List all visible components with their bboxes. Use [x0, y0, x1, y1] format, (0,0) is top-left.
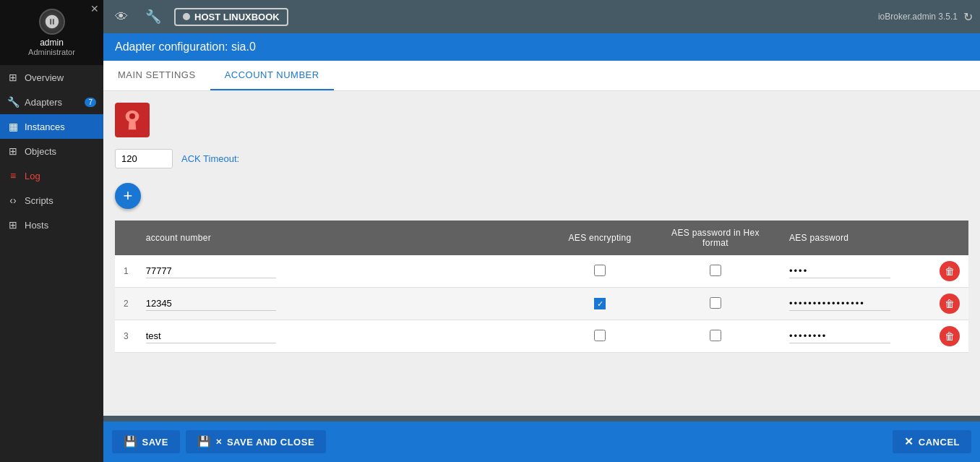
aes-password-input[interactable]	[789, 296, 890, 311]
aes-pass-cell	[781, 255, 925, 288]
sidebar-item-label: Hosts	[25, 220, 48, 231]
sidebar-item-label: Scripts	[25, 195, 53, 206]
col-actions	[925, 221, 968, 255]
save-close-icon: 💾	[197, 435, 212, 448]
sidebar-close-icon[interactable]: ✕	[90, 3, 99, 14]
ack-timeout-label: ACK Timeout:	[181, 153, 239, 164]
host-label: HOST LINUXBOOK	[194, 12, 280, 22]
account-cell	[137, 288, 549, 320]
table-row: 1 🗑	[115, 255, 968, 288]
log-icon: ≡	[7, 170, 19, 181]
account-number-input[interactable]	[146, 264, 276, 278]
aes-enc-checkbox[interactable]	[594, 265, 606, 276]
delete-cell: 🗑	[925, 320, 968, 353]
footer-separator	[103, 416, 980, 422]
cancel-icon: ✕	[904, 435, 914, 448]
col-account: account number	[137, 221, 549, 255]
svg-point-0	[129, 114, 135, 119]
content-area: Adapter configuration: sia.0 MAIN SETTIN…	[103, 33, 980, 462]
table-row: 2 🗑	[115, 288, 968, 320]
sidebar-item-overview[interactable]: ⊞ Overview	[0, 65, 103, 90]
sidebar-item-label: Instances	[25, 121, 65, 132]
scripts-icon: ‹›	[7, 194, 19, 206]
adapter-header: Adapter configuration: sia.0	[103, 33, 980, 61]
role-label: Administrator	[28, 48, 75, 56]
main-area: 👁 🔧 HOST LINUXBOOK ioBroker.admin 3.5.1 …	[103, 0, 980, 462]
col-aes-pass: AES password	[781, 221, 925, 255]
tab-content-area: ACK Timeout: + account number AES encryp…	[103, 91, 980, 416]
ack-input-wrapper	[115, 149, 173, 168]
adapter-icon-row	[115, 103, 968, 137]
col-aes-hex: AES password in Hex format	[650, 221, 781, 255]
sidebar-item-label: Overview	[25, 72, 64, 83]
sidebar-item-objects[interactable]: ⊞ Objects	[0, 139, 103, 163]
sidebar: ✕ admin Administrator ⊞ Overview 🔧 Adapt…	[0, 0, 103, 462]
save-button[interactable]: 💾 SAVE	[112, 430, 180, 453]
host-badge[interactable]: HOST LINUXBOOK	[174, 8, 288, 26]
col-num	[115, 221, 137, 255]
cancel-button[interactable]: ✕ CANCEL	[893, 430, 971, 453]
wrench-icon[interactable]: 🔧	[141, 6, 166, 27]
table-body: 1 🗑	[115, 255, 968, 353]
account-number-input[interactable]	[146, 329, 276, 343]
table-header: account number AES encrypting AES passwo…	[115, 221, 968, 255]
close-x-icon: ✕	[215, 437, 223, 447]
aes-hex-checkbox[interactable]	[710, 297, 721, 309]
row-num: 3	[115, 320, 137, 353]
host-status-dot	[183, 13, 190, 20]
sidebar-nav: ⊞ Overview 🔧 Adapters 7 ▦ Instances ⊞ Ob…	[0, 65, 103, 462]
sidebar-item-label: Objects	[25, 146, 56, 157]
aes-enc-checkbox-checked[interactable]	[594, 298, 606, 309]
tab-main-settings[interactable]: MAIN SETTINGS	[103, 61, 210, 90]
aes-hex-cell	[650, 255, 781, 288]
delete-row-button[interactable]: 🗑	[940, 294, 960, 314]
aes-password-input[interactable]	[789, 264, 890, 278]
delete-row-button[interactable]: 🗑	[940, 261, 960, 281]
adapters-icon: 🔧	[7, 96, 19, 108]
save-close-label: SAVE AND CLOSE	[227, 437, 314, 448]
topbar: 👁 🔧 HOST LINUXBOOK ioBroker.admin 3.5.1 …	[103, 0, 980, 33]
table-row: 3 🗑	[115, 320, 968, 353]
adapter-title: Adapter configuration: sia.0	[115, 40, 256, 53]
aes-hex-checkbox[interactable]	[710, 330, 721, 341]
sidebar-item-adapters[interactable]: 🔧 Adapters 7	[0, 90, 103, 114]
hosts-icon: ⊞	[7, 219, 19, 231]
tab-account-number[interactable]: ACCOUNT NUMBER	[210, 61, 334, 90]
sidebar-item-hosts[interactable]: ⊞ Hosts	[0, 213, 103, 237]
col-aes-enc: AES encrypting	[549, 221, 650, 255]
eye-icon[interactable]: 👁	[111, 7, 132, 27]
delete-cell: 🗑	[925, 288, 968, 320]
add-account-button[interactable]: +	[115, 183, 141, 209]
refresh-icon[interactable]: ↻	[963, 10, 973, 24]
sidebar-header: ✕ admin Administrator	[0, 0, 103, 65]
ack-timeout-row: ACK Timeout:	[115, 149, 968, 168]
instances-icon: ▦	[7, 121, 19, 132]
row-num: 1	[115, 255, 137, 288]
account-number-input[interactable]	[146, 296, 276, 311]
objects-icon: ⊞	[7, 145, 19, 157]
tabs-bar: MAIN SETTINGS ACCOUNT NUMBER	[103, 61, 980, 91]
sidebar-item-instances[interactable]: ▦ Instances	[0, 114, 103, 139]
aes-enc-cell	[549, 255, 650, 288]
delete-row-button[interactable]: 🗑	[940, 326, 960, 346]
ack-timeout-input[interactable]	[115, 149, 173, 168]
aes-enc-checkbox[interactable]	[594, 330, 606, 341]
aes-pass-cell	[781, 320, 925, 353]
account-cell	[137, 320, 549, 353]
bottom-bar: 💾 SAVE 💾 ✕ SAVE AND CLOSE ✕ CANCEL	[103, 422, 980, 462]
aes-enc-cell	[549, 320, 650, 353]
app-logo	[39, 9, 65, 35]
adapter-icon	[115, 103, 150, 137]
accounts-table: account number AES encrypting AES passwo…	[115, 221, 968, 353]
delete-cell: 🗑	[925, 255, 968, 288]
save-and-close-button[interactable]: 💾 ✕ SAVE AND CLOSE	[186, 430, 326, 453]
aes-hex-checkbox[interactable]	[710, 265, 721, 276]
row-num: 2	[115, 288, 137, 320]
adapters-badge: 7	[85, 98, 96, 107]
sidebar-item-log[interactable]: ≡ Log	[0, 163, 103, 188]
sidebar-item-scripts[interactable]: ‹› Scripts	[0, 188, 103, 213]
sidebar-item-label: Adapters	[25, 97, 62, 108]
aes-pass-cell	[781, 288, 925, 320]
aes-hex-cell	[650, 288, 781, 320]
aes-password-input[interactable]	[789, 329, 890, 343]
